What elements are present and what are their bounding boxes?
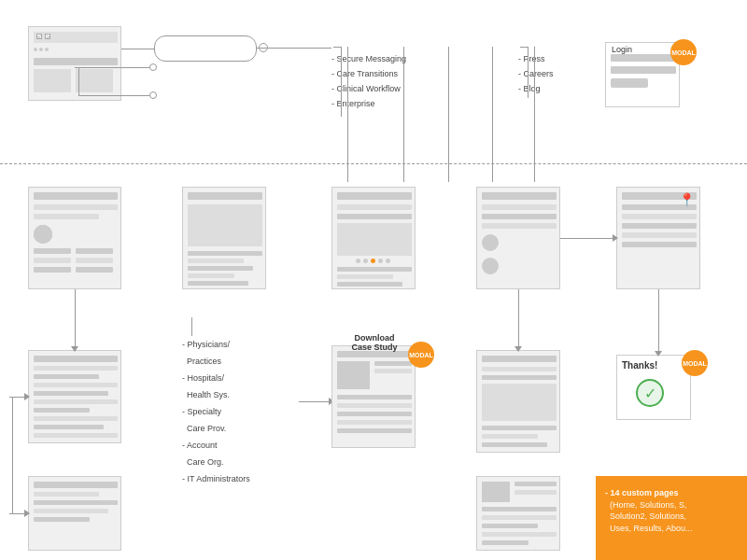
line-mainnav-nav [257,48,331,49]
uses-item-2[interactable]: Hospitals/ Health Sys. [182,373,230,399]
arrowhead-left-ct [24,510,30,517]
line-usecases [78,95,149,96]
dd2-top-line [520,47,528,48]
home-page-box[interactable]: < > [28,26,121,101]
vline-about-careers [518,289,519,350]
uses-item-5[interactable]: IT Administrators [188,474,250,483]
intro-dot [149,63,157,71]
secure-messaging-page[interactable] [28,350,121,443]
uses-item-4[interactable]: Account Care Org. [182,441,224,467]
uses-item-3[interactable]: Specialty Care Prov. [182,407,226,433]
modal-badge-download: MODAL [408,342,434,368]
contact-page[interactable]: 📍 [616,187,700,289]
vline-solutions-sm [75,289,76,350]
vline-uses [403,47,404,182]
usecases-dot [149,91,157,99]
download-modal[interactable]: DownloadCase Study [331,345,416,448]
dd1-item2[interactable]: Care Transitions [337,69,399,78]
about-page[interactable] [476,187,560,289]
vline-contact-thanks [658,289,659,355]
arrowhead-left-sm [24,393,30,400]
dropdown1-items: - Secure Messaging - Care Transitions - … [331,51,406,111]
vline-sm-ct [12,397,13,513]
uses-vline-top [191,317,192,336]
arrow-about-contact [560,238,616,239]
modal-badge-login: MODAL [670,39,697,65]
vline-solutions [347,47,348,182]
press-page[interactable] [476,476,560,551]
dd1-item3[interactable]: Clinical Workflow [337,84,401,93]
modal-badge-thanks: MODAL [682,350,708,376]
solutions-page[interactable] [28,187,121,289]
thanks-modal[interactable]: Thanks! ✓ [616,355,691,420]
dd2-vline [528,47,529,98]
arrow-solutions-sm [71,346,78,352]
components-item-1: - 14 custom pages [605,487,738,499]
main-nav-oval[interactable] [154,35,257,62]
components-item-4: Uses, Results, Abou... [605,523,738,535]
components-box: - 14 custom pages (Home, Solutions, S, S… [596,476,747,560]
section-divider [0,163,747,164]
dd1-item4[interactable]: Enterprise [337,99,375,108]
arrow-head-about-contact [613,234,618,242]
care-transitions-page[interactable] [28,476,121,551]
dd2-item3[interactable]: Blog [524,84,541,93]
line-home-mainnav [121,49,154,49]
components-item-3: Solution2, Solutions, [605,511,738,523]
arrow-about-careers [514,346,522,352]
dd1-vline [341,47,342,117]
components-item-2: (Home, Solutions, S, [605,499,738,511]
vline-contact [534,47,535,182]
dd1-top-line [333,47,341,48]
arrow-uses-download [299,401,331,402]
line-intro [75,67,149,68]
results-page[interactable] [331,187,416,289]
uses-item-1[interactable]: Physicians/ Practices [182,340,230,366]
arrow-contact-thanks [655,351,662,357]
line-v-usecases [78,67,79,95]
login-box[interactable]: Login [605,42,680,107]
vline-about [492,47,493,182]
uses-items-list: - Physicians/ Practices - Hospitals/ Hea… [182,336,250,487]
thanks-checkmark: ✓ [636,379,664,407]
dropdown2-items: - Press - Careers - Blog [518,51,554,96]
careers-page[interactable] [476,350,560,453]
uses-page[interactable] [182,187,266,289]
vline-results [448,47,449,182]
